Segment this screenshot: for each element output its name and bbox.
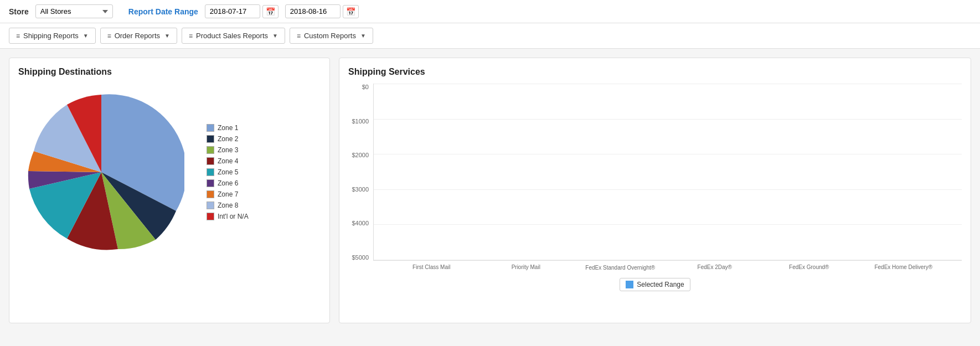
chevron-down-icon-shipping: ▼ bbox=[83, 33, 89, 39]
y-label-4000: $4000 bbox=[348, 220, 369, 226]
legend-label-zone6: Zone 6 bbox=[218, 179, 238, 187]
order-reports-button[interactable]: ≡ Order Reports ▼ bbox=[100, 28, 177, 44]
legend-label-zone1: Zone 1 bbox=[218, 124, 238, 132]
chevron-down-icon-product: ▼ bbox=[272, 33, 278, 39]
y-label-2000: $2000 bbox=[348, 152, 369, 158]
shipping-destinations-title: Shipping Destinations bbox=[18, 67, 321, 77]
y-label-5000: $5000 bbox=[348, 254, 369, 261]
pie-legend: Zone 1 Zone 2 Zone 3 Zone 4 Zone 5 bbox=[207, 124, 249, 220]
custom-reports-button[interactable]: ≡ Custom Reports ▼ bbox=[290, 28, 373, 44]
legend-color-zone4 bbox=[207, 157, 214, 165]
date-from-wrap: 📅 bbox=[205, 4, 278, 18]
date-to-calendar-button[interactable]: 📅 bbox=[343, 5, 359, 18]
product-sales-reports-label: Product Sales Reports bbox=[196, 32, 268, 40]
bar-chart-area: $5000 $4000 $3000 $2000 $1000 $0 bbox=[348, 84, 962, 294]
toolbar: ≡ Shipping Reports ▼ ≡ Order Reports ▼ ≡… bbox=[0, 23, 980, 49]
legend-item-zone4: Zone 4 bbox=[207, 157, 249, 165]
legend-color-zone5 bbox=[207, 168, 214, 176]
selected-range-legend: Selected Range bbox=[620, 278, 690, 291]
legend-item-zone6: Zone 6 bbox=[207, 179, 249, 187]
date-from-calendar-button[interactable]: 📅 bbox=[262, 5, 278, 18]
legend-item-zone2: Zone 2 bbox=[207, 135, 249, 143]
legend-label-zone4: Zone 4 bbox=[218, 157, 238, 165]
legend-item-zone8: Zone 8 bbox=[207, 202, 249, 209]
legend-color-zone3 bbox=[207, 146, 214, 154]
date-range-label: Report Date Range bbox=[128, 7, 198, 16]
list-icon-shipping: ≡ bbox=[16, 32, 20, 40]
legend-label-intl: Int'l or N/A bbox=[218, 213, 249, 220]
list-icon-order: ≡ bbox=[107, 32, 111, 40]
order-reports-label: Order Reports bbox=[115, 32, 160, 40]
legend-color-zone6 bbox=[207, 179, 214, 187]
pie-chart bbox=[18, 89, 184, 255]
shipping-reports-button[interactable]: ≡ Shipping Reports ▼ bbox=[9, 28, 96, 44]
bar-chart-legend: Selected Range bbox=[348, 278, 962, 291]
legend-label-zone5: Zone 5 bbox=[218, 168, 238, 176]
x-label-fedexhome: FedEx Home Delivery® bbox=[857, 264, 951, 271]
legend-item-intl: Int'l or N/A bbox=[207, 213, 249, 220]
date-to-wrap: 📅 bbox=[285, 4, 359, 18]
store-select[interactable]: All Stores Store 1 Store 2 bbox=[35, 4, 113, 18]
x-axis-labels: First Class Mail Priority Mail FedEx Sta… bbox=[373, 261, 962, 271]
legend-color-intl bbox=[207, 213, 214, 220]
chevron-down-icon-custom: ▼ bbox=[360, 33, 366, 39]
legend-item-zone1: Zone 1 bbox=[207, 124, 249, 132]
store-label: Store bbox=[9, 7, 29, 16]
bars-area bbox=[373, 84, 962, 261]
chart-body: $5000 $4000 $3000 $2000 $1000 $0 bbox=[348, 84, 962, 261]
custom-reports-label: Custom Reports bbox=[304, 32, 356, 40]
top-bar: Store All Stores Store 1 Store 2 Report … bbox=[0, 0, 980, 23]
y-label-3000: $3000 bbox=[348, 186, 369, 193]
x-label-prioritymail: Priority Mail bbox=[479, 264, 574, 271]
selected-range-color bbox=[626, 281, 633, 288]
shipping-destinations-panel: Shipping Destinations bbox=[9, 58, 330, 323]
legend-color-zone7 bbox=[207, 190, 214, 198]
y-label-1000: $1000 bbox=[348, 118, 369, 125]
x-label-fedexstandard: FedEx Standard Overnight® bbox=[573, 264, 668, 271]
legend-color-zone2 bbox=[207, 135, 214, 143]
list-icon-custom: ≡ bbox=[297, 32, 301, 40]
shipping-services-panel: Shipping Services $5000 $4000 $3000 $200… bbox=[339, 58, 971, 323]
legend-label-zone3: Zone 3 bbox=[218, 146, 238, 154]
x-label-fedexground: FedEx Ground® bbox=[762, 264, 857, 271]
pie-area: Zone 1 Zone 2 Zone 3 Zone 4 Zone 5 bbox=[18, 84, 321, 261]
shipping-services-title: Shipping Services bbox=[348, 67, 962, 77]
shipping-reports-label: Shipping Reports bbox=[23, 32, 79, 40]
x-label-firstclass: First Class Mail bbox=[384, 264, 479, 271]
date-from-input[interactable] bbox=[205, 4, 260, 18]
selected-range-label: Selected Range bbox=[637, 281, 684, 288]
legend-color-zone1 bbox=[207, 124, 214, 132]
legend-item-zone5: Zone 5 bbox=[207, 168, 249, 176]
pie-chart-svg bbox=[18, 89, 184, 255]
y-axis-labels: $5000 $4000 $3000 $2000 $1000 $0 bbox=[348, 84, 373, 261]
chevron-down-icon-order: ▼ bbox=[164, 33, 170, 39]
x-label-fedex2day: FedEx 2Day® bbox=[668, 264, 762, 271]
product-sales-reports-button[interactable]: ≡ Product Sales Reports ▼ bbox=[182, 28, 285, 44]
legend-item-zone3: Zone 3 bbox=[207, 146, 249, 154]
bars-row bbox=[374, 84, 962, 260]
legend-color-zone8 bbox=[207, 202, 214, 209]
legend-label-zone7: Zone 7 bbox=[218, 190, 238, 198]
legend-label-zone8: Zone 8 bbox=[218, 202, 238, 209]
date-to-input[interactable] bbox=[285, 4, 341, 18]
y-label-0: $0 bbox=[348, 84, 369, 90]
legend-item-zone7: Zone 7 bbox=[207, 190, 249, 198]
list-icon-product: ≡ bbox=[189, 32, 193, 40]
legend-label-zone2: Zone 2 bbox=[218, 135, 238, 143]
main-content: Shipping Destinations bbox=[0, 49, 980, 332]
